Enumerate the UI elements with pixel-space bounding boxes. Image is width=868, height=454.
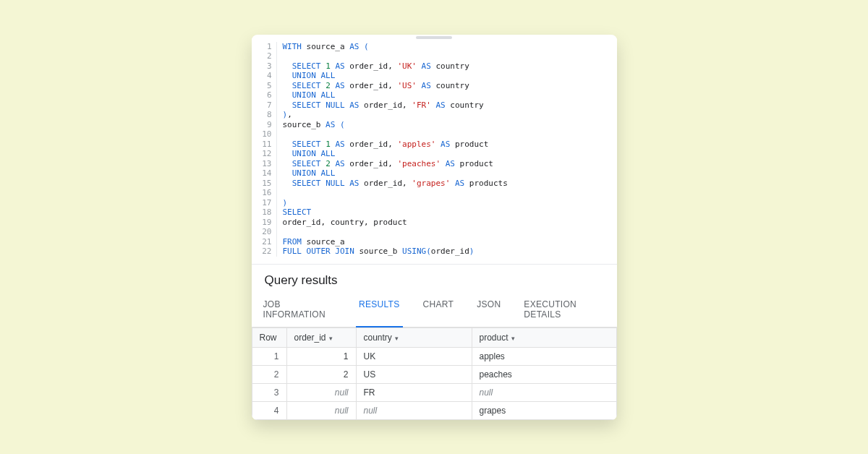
tab-job-information[interactable]: JOB INFORMATION (260, 292, 339, 327)
tab-json[interactable]: JSON (474, 292, 503, 327)
results-header: Query results (252, 264, 617, 292)
col-header-product[interactable]: product▾ (472, 327, 616, 347)
drag-handle[interactable] (416, 36, 452, 39)
line-gutter: 12345678910111213141516171819202122 (252, 42, 276, 257)
cell-row: 3 (252, 383, 286, 401)
cell-country: FR (356, 383, 472, 401)
cell-row: 1 (252, 347, 286, 365)
cell-row: 2 (252, 365, 286, 383)
tab-results[interactable]: RESULTS (356, 292, 403, 327)
results-tabs: JOB INFORMATIONRESULTSCHARTJSONEXECUTION… (252, 292, 617, 327)
col-header-row[interactable]: Row (252, 327, 286, 347)
results-table: Roworder_id▾country▾product▾ 11UKapples2… (252, 327, 617, 420)
table-row[interactable]: 11UKapples (252, 347, 616, 365)
sort-icon[interactable]: ▾ (329, 335, 333, 342)
table-row[interactable]: 4nullnullgrapes (252, 401, 616, 419)
cell-product: grapes (472, 401, 616, 419)
col-header-order_id[interactable]: order_id▾ (286, 327, 356, 347)
results-title: Query results (265, 273, 604, 288)
sql-editor[interactable]: 12345678910111213141516171819202122 WITH… (252, 38, 617, 264)
cell-order_id: 2 (286, 365, 356, 383)
cell-product: null (472, 383, 616, 401)
cell-product: peaches (472, 365, 616, 383)
tab-chart[interactable]: CHART (420, 292, 457, 327)
cell-order_id: null (286, 401, 356, 419)
tab-execution-details[interactable]: EXECUTION DETAILS (521, 292, 608, 327)
cell-row: 4 (252, 401, 286, 419)
cell-order_id: null (286, 383, 356, 401)
query-panel: 12345678910111213141516171819202122 WITH… (252, 35, 617, 420)
table-header-row: Roworder_id▾country▾product▾ (252, 327, 616, 347)
col-header-country[interactable]: country▾ (356, 327, 472, 347)
table-row[interactable]: 22USpeaches (252, 365, 616, 383)
cell-product: apples (472, 347, 616, 365)
sort-icon[interactable]: ▾ (395, 335, 399, 342)
cell-country: US (356, 365, 472, 383)
cell-order_id: 1 (286, 347, 356, 365)
sort-icon[interactable]: ▾ (511, 335, 515, 342)
cell-country: UK (356, 347, 472, 365)
code-area[interactable]: WITH source_a AS ( SELECT 1 AS order_id,… (276, 42, 617, 257)
table-row[interactable]: 3nullFRnull (252, 383, 616, 401)
cell-country: null (356, 401, 472, 419)
table-body: 11UKapples22USpeaches3nullFRnull4nullnul… (252, 347, 616, 419)
